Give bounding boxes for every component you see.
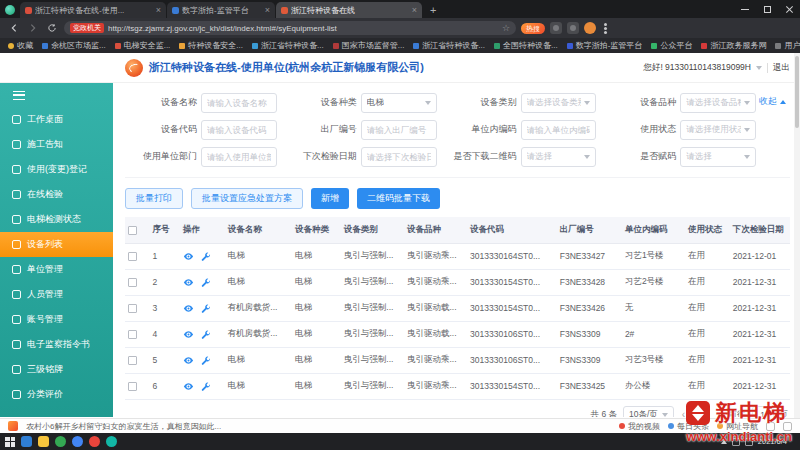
window-minimize-button[interactable]: [734, 1, 756, 17]
device-kind-select[interactable]: 电梯: [361, 93, 437, 113]
row-checkbox[interactable]: [128, 382, 137, 391]
chevron-down-icon: [584, 101, 590, 105]
sidebar-item-use-registration[interactable]: 使用(变更)登记: [0, 157, 113, 182]
maintenance-icon[interactable]: [200, 329, 211, 340]
device-code-input[interactable]: [201, 120, 277, 140]
forward-icon[interactable]: [26, 21, 40, 35]
view-icon[interactable]: [183, 277, 194, 288]
hot-search-badge[interactable]: 热搜: [521, 23, 545, 34]
view-icon[interactable]: [183, 381, 194, 392]
maintenance-icon[interactable]: [200, 277, 211, 288]
sidebar-item-classification-rating[interactable]: 分类评价: [0, 382, 113, 407]
bookmark-item[interactable]: 浙江省特种设备...: [252, 40, 324, 51]
sidebar-item-workspace[interactable]: 工作桌面: [0, 107, 113, 132]
address-bar[interactable]: 党政机关 http://tsgz.zjamr.zj.gov.cn/jc_kh/d…: [64, 21, 516, 35]
table-row: 1 电梯 电梯 曳引与强制... 曳引驱动乘... 3013330164ST0.…: [125, 243, 790, 269]
tab-close-icon[interactable]: ×: [156, 5, 161, 15]
ticker-item-my-videos[interactable]: 我的视频: [619, 421, 660, 432]
news-headline[interactable]: 农村小6解开乡村留守妇女的寂寞生活，真相竟因如此...: [26, 421, 221, 432]
tab-favicon: [25, 7, 32, 14]
bookmark-item[interactable]: 用户中心-工作台...: [775, 40, 800, 51]
browser-tab-1[interactable]: 浙江特种设备在线-使用... ×: [20, 2, 166, 18]
extensions-icon[interactable]: [550, 22, 562, 34]
scrollbar-thumb[interactable]: [795, 56, 799, 128]
bookmark-item[interactable]: 国家市场监督管...: [333, 40, 405, 51]
qr-downloaded-select[interactable]: 请选择: [521, 147, 597, 167]
batch-print-button[interactable]: 批量打印: [125, 188, 183, 209]
device-name-input[interactable]: [201, 93, 277, 113]
taskbar-app-edge-icon[interactable]: [21, 436, 32, 447]
add-button[interactable]: 新增: [311, 188, 349, 209]
maintenance-icon[interactable]: [200, 251, 211, 262]
browser-tab-2[interactable]: 数字浙拍-监管平台 ×: [167, 2, 275, 18]
taskbar-app-icon[interactable]: [89, 436, 100, 447]
browser-menu-icon[interactable]: [604, 23, 607, 34]
sidebar-item-elevator-test-status[interactable]: 电梯检测状态: [0, 207, 113, 232]
bookmark-item[interactable]: 特种设备安全...: [179, 40, 243, 51]
taskbar-app-icon[interactable]: [72, 436, 83, 447]
unit-internal-code-input[interactable]: [521, 120, 597, 140]
next-inspection-date-input[interactable]: [361, 147, 437, 167]
bookmark-item[interactable]: 余杭区市场监...: [42, 40, 106, 51]
bookmark-item[interactable]: 收藏: [8, 40, 33, 51]
row-checkbox[interactable]: [128, 278, 137, 287]
bookmark-item[interactable]: 数字浙拍-监管平台: [567, 40, 643, 51]
view-icon[interactable]: [183, 303, 194, 314]
qr-batch-download-button[interactable]: 二维码批量下载: [357, 188, 440, 209]
device-category-select[interactable]: 请选择设备类别: [521, 93, 597, 113]
browser-profile-avatar[interactable]: [584, 22, 596, 34]
page-size-select[interactable]: 10条/页: [623, 406, 674, 418]
start-button[interactable]: [5, 437, 15, 447]
view-icon[interactable]: [183, 251, 194, 262]
maintenance-icon[interactable]: [200, 381, 211, 392]
back-icon[interactable]: [7, 21, 21, 35]
maintenance-icon[interactable]: [200, 355, 211, 366]
taskbar-app-explorer-icon[interactable]: [38, 436, 49, 447]
logout-link[interactable]: 退出: [773, 62, 790, 74]
sidebar-item-unit-management[interactable]: 单位管理: [0, 257, 113, 282]
factory-number-input[interactable]: [361, 120, 437, 140]
select-all-checkbox[interactable]: [128, 226, 137, 235]
sidebar-item-construction-notice[interactable]: 施工告知: [0, 132, 113, 157]
window-close-button[interactable]: [778, 1, 800, 17]
taskbar-app-icon[interactable]: [55, 436, 66, 447]
sidebar-item-nameplate[interactable]: 三级铭牌: [0, 357, 113, 382]
view-icon[interactable]: [183, 329, 194, 340]
bookmark-item[interactable]: 全国特种设备...: [494, 40, 558, 51]
browser-tab-3-active[interactable]: 浙江特种设备在线 ×: [276, 2, 422, 18]
row-checkbox[interactable]: [128, 304, 137, 313]
window-maximize-button[interactable]: [756, 1, 778, 17]
bookmark-item[interactable]: 浙江政务服务网: [701, 40, 766, 51]
row-checkbox[interactable]: [128, 356, 137, 365]
sidebar-item-equipment-list[interactable]: 设备列表: [0, 232, 113, 257]
sidebar-item-supervision-directive[interactable]: 电子监察指令书: [0, 332, 113, 357]
download-icon[interactable]: [567, 22, 579, 34]
new-tab-button[interactable]: +: [423, 4, 443, 18]
maintenance-icon[interactable]: [200, 303, 211, 314]
sidebar-item-account-management[interactable]: 账号管理: [0, 307, 113, 332]
page-scrollbar[interactable]: [794, 53, 800, 418]
sidebar-item-online-inspection[interactable]: 在线检验: [0, 182, 113, 207]
use-department-input[interactable]: [201, 147, 277, 167]
row-checkbox[interactable]: [128, 330, 137, 339]
batch-emergency-plan-button[interactable]: 批量设置应急处置方案: [191, 188, 303, 209]
tab-close-icon[interactable]: ×: [265, 5, 270, 15]
tab-close-icon[interactable]: ×: [412, 5, 417, 15]
cell-device-code: 3013330154ST0...: [467, 269, 557, 295]
sidebar-collapse-button[interactable]: [0, 83, 113, 107]
device-variety-select[interactable]: 请选择设备品种: [680, 93, 756, 113]
sidebar-item-personnel-management[interactable]: 人员管理: [0, 282, 113, 307]
coded-select[interactable]: 请选择: [680, 147, 756, 167]
bookmark-star-icon[interactable]: ☆: [502, 24, 510, 33]
user-greeting[interactable]: 您好! 91330110143819099H: [643, 62, 751, 74]
bookmark-item[interactable]: 公众平台: [651, 40, 692, 51]
refresh-icon[interactable]: [45, 21, 59, 35]
taskbar-app-icon[interactable]: [106, 436, 117, 447]
bookmark-item[interactable]: 电梯安全监...: [115, 40, 171, 51]
bookmark-favicon: [8, 43, 14, 49]
collapse-filters-link[interactable]: 收起: [759, 95, 786, 108]
row-checkbox[interactable]: [128, 252, 137, 261]
view-icon[interactable]: [183, 355, 194, 366]
use-status-select[interactable]: 请选择使用状态: [680, 120, 756, 140]
bookmark-item[interactable]: 浙江省特种设备...: [413, 40, 485, 51]
